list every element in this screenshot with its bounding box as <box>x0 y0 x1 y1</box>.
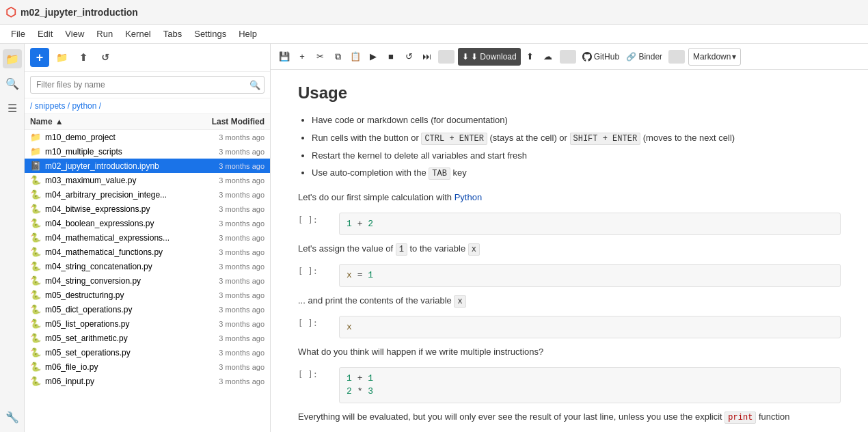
menu-run[interactable]: Run <box>91 27 118 40</box>
github-button[interactable]: GitHub <box>580 48 622 66</box>
file-name: m05_set_arithmetic.py <box>45 334 189 343</box>
breadcrumb-sep2: / <box>99 101 101 111</box>
save-button[interactable]: 💾 <box>276 48 293 66</box>
copy-button[interactable]: ⧉ <box>329 48 346 66</box>
search-input[interactable] <box>30 76 265 94</box>
main-layout: 📁 🔍 ☰ 🔧 + 📁 ⬆ ↺ 🔍 / snippets / python / <box>0 44 868 432</box>
file-list-item[interactable]: 📁 m10_demo_project 3 months ago <box>25 130 270 144</box>
file-icon: 🐍 <box>30 189 42 200</box>
file-list-item[interactable]: 📁 m10_multiple_scripts 3 months ago <box>25 144 270 159</box>
fast-forward-button[interactable]: ⏭ <box>418 48 435 66</box>
menu-settings[interactable]: Settings <box>189 27 232 40</box>
file-list: 📁 m10_demo_project 3 months ago 📁 m10_mu… <box>25 130 270 432</box>
new-file-button[interactable]: + <box>30 48 49 67</box>
cut-button[interactable]: ✂ <box>312 48 328 66</box>
file-list-item[interactable]: 🐍 m03_maximum_value.py 3 months ago <box>25 173 270 187</box>
file-list-item[interactable]: 🐍 m05_dict_operations.py 3 months ago <box>25 302 270 316</box>
download-icon: ⬇ <box>462 52 469 62</box>
extensions-sidebar-icon[interactable]: 🔧 <box>3 407 22 427</box>
file-toolbar: + 📁 ⬆ ↺ <box>25 44 270 72</box>
menu-file[interactable]: File <box>5 27 31 40</box>
refresh-button[interactable]: ↺ <box>96 48 115 67</box>
file-date: 3 months ago <box>189 133 265 141</box>
download-button[interactable]: ⬇ ⬇ Download <box>458 48 521 66</box>
cell-4-input[interactable]: 1 + 1 2 * 3 <box>339 367 841 403</box>
file-name: m04_mathematical_functions.py <box>45 247 189 257</box>
file-icon: 🐍 <box>30 232 42 243</box>
bullet-4: Use auto-completion with the TAB key <box>312 166 841 180</box>
cell-3: [ ]: x <box>298 316 841 339</box>
file-name: m05_list_operations.py <box>45 319 189 329</box>
toolbar-separator-3 <box>668 50 685 64</box>
menu-kernel[interactable]: Kernel <box>120 27 157 40</box>
file-list-item[interactable]: 🐍 m06_file_io.py 3 months ago <box>25 360 270 374</box>
file-name: m04_boolean_expressions.py <box>45 219 189 228</box>
para-2: Let's assign the value of 1 to the varia… <box>298 242 841 256</box>
file-list-item[interactable]: 🐍 m04_string_concatenation.py 3 months a… <box>25 259 270 273</box>
file-list-item[interactable]: 🐍 m04_mathematical_functions.py 3 months… <box>25 245 270 259</box>
cell-type-dropdown[interactable]: Markdown ▾ <box>688 48 741 66</box>
upload-button[interactable]: 📁 <box>52 48 71 67</box>
menu-view[interactable]: View <box>59 27 90 40</box>
file-list-item[interactable]: 🐍 m05_list_operations.py 3 months ago <box>25 316 270 331</box>
file-name: m10_multiple_scripts <box>45 147 189 157</box>
run-button[interactable]: ▶ <box>365 48 381 66</box>
file-list-header: Name ▲ Last Modified <box>25 114 270 130</box>
file-icon: 🐍 <box>30 319 42 329</box>
stop-button[interactable]: ■ <box>383 48 399 66</box>
file-date: 3 months ago <box>189 176 265 185</box>
notebook-toolbar: 💾 + ✂ ⧉ 📋 ▶ ■ ↺ ⏭ ⬇ ⬇ Download ⬆ ☁ GitHu… <box>271 44 868 70</box>
cloud-button[interactable]: ☁ <box>540 48 556 66</box>
app-title: m02_jupyter_introduction <box>21 7 138 18</box>
file-list-item[interactable]: 🐍 m04_arbitrary_precision_intege... 3 mo… <box>25 187 270 202</box>
bullet-1: Have code or markdown cells (for documen… <box>312 113 841 127</box>
cell-4-prompt: [ ]: <box>298 367 339 379</box>
bullet-3: Restart the kernel to delete all variabl… <box>312 149 841 163</box>
breadcrumb: / snippets / python / <box>25 98 270 114</box>
file-name: m04_string_conversion.py <box>45 276 189 286</box>
cell-1-input[interactable]: 1 + 2 <box>339 213 841 236</box>
file-name: m06_file_io.py <box>45 362 189 372</box>
file-list-item[interactable]: 🐍 m05_set_operations.py 3 months ago <box>25 345 270 360</box>
file-icon: 🐍 <box>30 347 42 357</box>
paste-button[interactable]: 📋 <box>347 48 364 66</box>
file-name: m04_string_concatenation.py <box>45 262 189 271</box>
breadcrumb-snippets[interactable]: snippets <box>35 101 66 111</box>
file-date: 3 months ago <box>189 334 265 342</box>
file-icon: 🐍 <box>30 204 42 214</box>
file-name: m03_maximum_value.py <box>45 176 189 185</box>
cell-3-input[interactable]: x <box>339 316 841 339</box>
name-column-header[interactable]: Name ▲ <box>30 117 176 126</box>
file-list-item[interactable]: 🐍 m06_input.py 3 months ago <box>25 374 270 388</box>
commands-sidebar-icon[interactable]: ☰ <box>3 98 22 118</box>
file-list-item[interactable]: 🐍 m04_boolean_expressions.py 3 months ag… <box>25 216 270 230</box>
modified-column-header[interactable]: Last Modified <box>176 117 265 126</box>
restart-button[interactable]: ↺ <box>401 48 417 66</box>
file-list-item[interactable]: 🐍 m04_bitwise_expressions.py 3 months ag… <box>25 202 270 216</box>
file-list-item[interactable]: 🐍 m04_mathematical_expressions... 3 mont… <box>25 230 270 245</box>
search-sidebar-icon[interactable]: 🔍 <box>3 74 22 93</box>
menu-edit[interactable]: Edit <box>32 27 58 40</box>
file-icon: 🐍 <box>30 175 42 185</box>
sidebar-icons: 📁 🔍 ☰ 🔧 <box>0 44 25 432</box>
menu-help[interactable]: Help <box>233 27 262 40</box>
file-list-item[interactable]: 🐍 m04_string_conversion.py 3 months ago <box>25 273 270 288</box>
breadcrumb-root[interactable]: / <box>30 101 32 111</box>
breadcrumb-python[interactable]: python <box>72 101 96 111</box>
menu-tabs[interactable]: Tabs <box>158 27 187 40</box>
binder-button[interactable]: 🔗 Binder <box>623 48 665 66</box>
file-name: m05_set_operations.py <box>45 348 189 357</box>
cell-type-label: Markdown <box>693 52 731 62</box>
cell-2-input[interactable]: x = 1 <box>339 264 841 287</box>
file-list-item[interactable]: 📓 m02_jupyter_introduction.ipynb 3 month… <box>25 159 270 173</box>
file-list-item[interactable]: 🐍 m05_set_arithmetic.py 3 months ago <box>25 331 270 345</box>
para-3: ... and print the contents of the variab… <box>298 294 841 308</box>
upload-file-button[interactable]: ⬆ <box>74 48 93 67</box>
file-icon: 🐍 <box>30 362 42 372</box>
file-name: m04_mathematical_expressions... <box>45 233 189 243</box>
files-sidebar-icon[interactable]: 📁 <box>3 49 22 68</box>
add-cell-button[interactable]: + <box>294 48 310 66</box>
search-submit-button[interactable]: 🔍 <box>249 80 260 90</box>
upload-nb-button[interactable]: ⬆ <box>522 48 539 66</box>
file-list-item[interactable]: 🐍 m05_destructuring.py 3 months ago <box>25 288 270 302</box>
